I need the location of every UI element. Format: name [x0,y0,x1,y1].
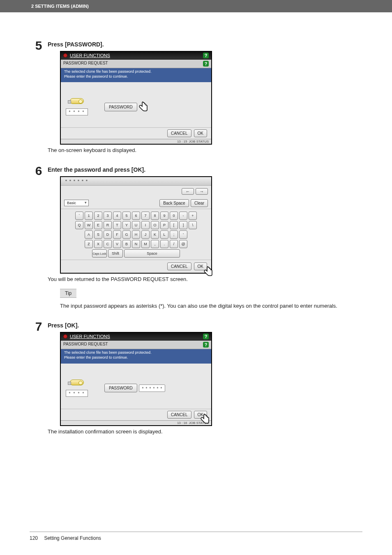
keyboard-key[interactable]: @ [179,240,187,248]
help-icon[interactable]: ? [203,61,209,67]
keyboard-key[interactable]: 1 [85,212,93,220]
help-icon[interactable]: ? [203,342,209,348]
step-6-title: Enter the password and press [OK]. [48,166,362,173]
step-7-number: 7 [30,320,48,333]
usb-filename: ＊＊＊＊ [66,390,88,397]
device-dot-icon [63,53,67,58]
clear-button[interactable]: Clear [191,199,208,207]
keyboard-key[interactable]: F [113,230,121,239]
keyboard-key[interactable]: ' [179,230,187,239]
step-5-title: Press [PASSWORD]. [48,41,362,48]
keyboard-key[interactable]: 5 [122,212,131,220]
keyboard-key[interactable]: 0 [170,212,178,220]
keyboard-key[interactable]: A [85,230,93,239]
tip-text: The input password appears as asterisks … [60,303,362,309]
keyboard-key[interactable]: + [189,212,197,220]
keyboard-key[interactable]: S [94,230,102,239]
keyboard-key[interactable]: U [132,221,140,229]
keyboard-key[interactable]: K [151,230,159,239]
keyboard-key[interactable]: E [94,221,102,229]
job-status-button[interactable]: JOB STATUS [189,140,209,143]
cancel-button[interactable]: CANCEL [167,129,191,137]
keyboard-key[interactable]: . [160,240,168,248]
capslock-key[interactable]: Caps Lock [92,249,107,258]
page-number: 120 [30,535,38,541]
keyboard-key[interactable]: J [141,230,150,239]
device-dot-icon [63,334,67,339]
keyboard-key[interactable]: G [122,230,131,239]
keyboard-key[interactable]: [ [170,221,178,229]
keyboard-key[interactable]: W [85,221,93,229]
keyboard-key[interactable]: \ [189,221,197,229]
step-5-screenshot: USER FUNCTIONS ? PASSWORD REQUEST ? The … [60,51,212,145]
onscreen-keyboard: `1234567890-+ QWERTYUIOP[]\ ASDFGHJKL;' … [61,209,211,260]
cancel-button[interactable]: CANCEL [167,411,191,419]
keyboard-mode-select[interactable]: Basic [64,200,89,206]
help-icon[interactable]: ? [203,334,209,339]
help-icon[interactable]: ? [203,53,209,58]
usb-stick-icon [70,98,84,104]
step-7-screenshot: USER FUNCTIONS ? PASSWORD REQUEST ? The … [60,332,212,426]
lcd-title: USER FUNCTIONS [70,53,110,58]
keyboard-key[interactable]: 4 [113,212,121,220]
password-button[interactable]: PASSWORD [104,384,137,392]
step-5-number: 5 [30,39,48,52]
keyboard-key[interactable]: , [151,240,159,248]
lcd-time: 13 : 15 [177,140,187,143]
ok-button[interactable]: OK [194,129,207,137]
keyboard-key[interactable]: C [104,240,112,248]
step-6-number: 6 [30,165,48,177]
lcd-message-1: The selected clone file has been passwor… [64,350,208,355]
keyboard-key[interactable]: / [170,240,178,248]
keyboard-key[interactable]: 6 [132,212,140,220]
keyboard-key[interactable]: H [132,230,140,239]
footer-rule [30,532,362,532]
keyboard-key[interactable]: X [94,240,102,248]
space-key[interactable]: Space [124,249,180,258]
keyboard-key[interactable]: L [160,230,168,239]
page-header-bar: 2 SETTING ITEMS (ADMIN) [0,0,392,12]
keyboard-key[interactable]: 8 [151,212,159,220]
step-5: 5 Press [PASSWORD]. USER FUNCTIONS ? PAS… [30,39,362,156]
keyboard-key[interactable]: Z [85,240,93,248]
keyboard-key[interactable]: 9 [160,212,168,220]
keyboard-key[interactable]: 3 [104,212,112,220]
keyboard-key[interactable]: V [113,240,121,248]
lcd-time: 13 : 16 [177,421,187,425]
cursor-right-button[interactable]: → [196,188,208,195]
usb-filename: ＊＊＊＊ [66,108,88,115]
keyboard-key[interactable]: ` [75,212,83,220]
keyboard-key[interactable]: P [160,221,168,229]
cancel-button[interactable]: CANCEL [167,263,191,270]
keyboard-key[interactable]: ; [170,230,178,239]
keyboard-key[interactable]: Q [75,221,83,229]
keyboard-key[interactable]: I [141,221,150,229]
keyboard-key[interactable]: D [104,230,112,239]
keyboard-key[interactable]: 2 [94,212,102,220]
keyboard-key[interactable]: 7 [141,212,150,220]
step-7: 7 Press [OK]. USER FUNCTIONS ? PASSWORD … [30,320,362,437]
cursor-left-button[interactable]: ← [182,188,194,195]
pointer-hand-icon [202,266,214,279]
step-7-title: Press [OK]. [48,322,362,329]
lcd-message-1: The selected clone file has been passwor… [64,69,208,74]
usb-stick-icon [70,380,84,385]
step-6: 6 Enter the password and press [OK]. ＊＊＊… [30,165,362,311]
backspace-button[interactable]: Back Space [159,199,189,207]
lcd-subtitle: PASSWORD REQUEST [63,342,108,348]
page-header-text: 2 SETTING ITEMS (ADMIN) [31,4,89,9]
shift-key[interactable]: Shift [108,249,123,258]
keyboard-key[interactable]: R [104,221,112,229]
password-entry-display: ＊＊＊＊＊＊ [64,179,89,183]
keyboard-key[interactable]: N [132,240,140,248]
pointer-hand-icon [199,413,210,426]
keyboard-key[interactable]: ] [179,221,187,229]
keyboard-key[interactable]: B [122,240,131,248]
keyboard-key[interactable]: O [151,221,159,229]
password-button[interactable]: PASSWORD [104,103,137,111]
keyboard-key[interactable]: - [179,212,187,220]
keyboard-key[interactable]: Y [122,221,131,229]
page-footer: 120 Setting General Functions [30,535,101,541]
keyboard-key[interactable]: M [141,240,150,248]
keyboard-key[interactable]: T [113,221,121,229]
